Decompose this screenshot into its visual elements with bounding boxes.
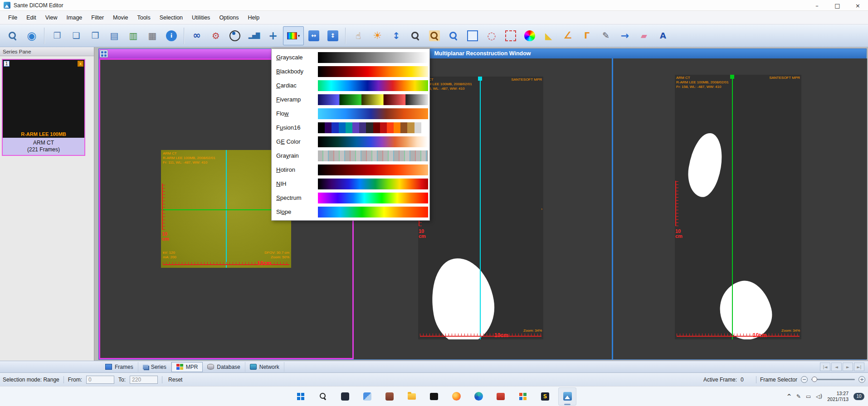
network-tray-icon[interactable]: ▭ (806, 393, 811, 400)
draw-line-pencil-icon[interactable]: ✎ (597, 26, 615, 45)
menu-file[interactable]: File (4, 13, 22, 23)
palette-option-hotiron[interactable]: Hotiron (272, 163, 429, 177)
clipboard-icon[interactable]: ▥ (124, 26, 142, 45)
palette-option-grayrain[interactable]: Grayrain (272, 149, 429, 163)
palette-option-blackbody[interactable]: Blackbody (272, 64, 429, 78)
frame-selector-minus-button[interactable]: − (801, 376, 808, 383)
palette-option-grayscale[interactable]: Grayscale (272, 50, 429, 64)
close-button[interactable]: × (848, 0, 868, 11)
colormap-palette-button[interactable]: ▾ (283, 26, 304, 45)
search-study-icon[interactable] (4, 26, 22, 45)
color-wheel-icon[interactable] (521, 26, 539, 45)
last-frame-button[interactable]: ►| (854, 362, 864, 371)
arrow-annotation-icon[interactable]: → (616, 26, 634, 45)
series-close-icon[interactable]: x (78, 61, 83, 67)
powerpoint-button[interactable] (492, 387, 510, 406)
to-input[interactable] (130, 376, 158, 384)
menu-view[interactable]: View (41, 13, 62, 23)
palette-option-flow[interactable]: Flow (272, 106, 429, 121)
info-icon[interactable]: i (162, 26, 180, 45)
frame-selector-slider[interactable] (811, 379, 855, 380)
menu-selection[interactable]: Selection (155, 13, 187, 23)
fit-to-window-icon[interactable]: ↔ (305, 26, 323, 45)
cut-line-handle[interactable] (730, 75, 734, 79)
menu-tools[interactable]: Tools (132, 13, 155, 23)
menu-edit[interactable]: Edit (22, 13, 41, 23)
open-folders-icon[interactable]: ❒ (86, 26, 104, 45)
reset-button[interactable]: Reset (166, 377, 184, 383)
rect-select-icon[interactable] (463, 26, 482, 45)
mpr-cut-line-sagittal[interactable] (732, 75, 733, 339)
ellipse-select-icon[interactable]: ◌ (483, 26, 501, 45)
edge-button[interactable] (469, 387, 488, 406)
series-thumbnail[interactable]: 1 x R-ARM LEE 100MB ARM CT (221 Frames) (2, 59, 85, 156)
sante-launcher-button[interactable]: S (536, 387, 554, 406)
crosshair-vertical-line[interactable] (226, 150, 227, 268)
histogram-icon[interactable]: ▂▅█ (245, 26, 263, 45)
pan-hand-icon[interactable]: ☝ (349, 26, 367, 45)
volume-tray-icon[interactable]: ◁) (816, 393, 822, 400)
palette-option-spectrum[interactable]: Spectrum (272, 191, 429, 205)
menu-utilities[interactable]: Utilities (187, 13, 215, 23)
tab-series[interactable]: Series (138, 362, 171, 372)
cut-line-handle[interactable] (478, 77, 482, 81)
menu-options[interactable]: Options (215, 13, 243, 23)
tab-mpr[interactable]: MPR (171, 362, 203, 372)
menu-image[interactable]: Image (62, 13, 87, 23)
print-icon[interactable]: ▦ (143, 26, 161, 45)
series-thumbnail-image[interactable]: 1 x R-ARM LEE 100MB (3, 60, 84, 138)
palette-option-cardiac[interactable]: Cardiac (272, 78, 429, 92)
from-input[interactable] (86, 376, 114, 384)
mpr-cut-line-coronal[interactable] (480, 77, 481, 339)
ct-image-coronal[interactable]: ARM CTR-ARM LEE 100MB, 2008/02/01Fr: 255… (418, 77, 543, 339)
palette-option-fusion16[interactable]: Fusion16 (272, 121, 429, 135)
palette-option-slope[interactable]: Slope (272, 205, 429, 219)
tab-database[interactable]: Database (203, 362, 245, 372)
tab-frames[interactable]: Frames (101, 362, 138, 372)
open-folder-icon[interactable]: ❏ (67, 26, 85, 45)
store-button[interactable] (380, 387, 399, 406)
tray-chevron-up-icon[interactable]: ^ (787, 393, 791, 400)
start-button[interactable] (292, 387, 310, 406)
eraser-icon[interactable]: ▰ (635, 26, 653, 45)
menu-filter[interactable]: Filter (87, 13, 108, 23)
widgets-button[interactable] (358, 387, 376, 406)
taskbar-clock[interactable]: 13:27 2021/7/13 (827, 391, 848, 402)
menu-movie[interactable]: Movie (108, 13, 132, 23)
web-globe-icon[interactable]: ◉ (23, 26, 41, 45)
next-frame-button[interactable]: ► (843, 362, 853, 371)
zoom-region-icon[interactable] (444, 26, 463, 45)
view-eye-icon[interactable] (226, 26, 244, 45)
frame-selector-thumb[interactable] (812, 377, 817, 382)
zoom-magnifier-icon[interactable] (406, 26, 424, 45)
dicom-tags-binoculars-icon[interactable]: ∞ (188, 26, 206, 45)
frame-selector-plus-button[interactable]: + (858, 376, 865, 383)
sante-dicom-editor-button[interactable] (558, 387, 576, 406)
maximize-button[interactable]: □ (827, 0, 848, 11)
office-button[interactable] (514, 387, 532, 406)
minimize-button[interactable]: – (807, 0, 827, 11)
cobb-angle-icon[interactable]: Γ (578, 26, 596, 45)
full-screen-icon[interactable]: ↕ (324, 26, 342, 45)
layout-grid-button[interactable] (100, 50, 108, 58)
window-level-arrow-icon[interactable]: ↕ (387, 26, 405, 45)
pen-tray-icon[interactable]: ✎ (796, 393, 801, 400)
center-crosshair-icon[interactable]: + (264, 26, 282, 45)
palette-option-fiveramp[interactable]: Fiveramp (272, 92, 429, 106)
task-view-button[interactable] (336, 387, 354, 406)
firefox-button[interactable] (447, 387, 465, 406)
terminal-button[interactable] (425, 387, 443, 406)
import-export-icon[interactable]: ▤ (105, 26, 123, 45)
angle-measure-icon[interactable]: ∠ (559, 26, 577, 45)
text-annotation-icon[interactable]: A (654, 26, 672, 45)
ct-image-sagittal[interactable]: ARM CTR-ARM LEE 100MB, 2008/02/01Fr: 158… (675, 75, 801, 339)
prev-frame-button[interactable]: ◄ (831, 362, 842, 371)
first-frame-button[interactable]: |◄ (820, 362, 830, 371)
zoom-image-icon[interactable] (425, 26, 444, 45)
tools-wrench-icon[interactable]: ⚙ (207, 26, 225, 45)
viewport-sagittal[interactable]: ARM CTR-ARM LEE 100MB, 2008/02/01Fr: 158… (612, 58, 867, 359)
palette-option-nih[interactable]: NIH (272, 177, 429, 191)
copy-icon[interactable]: ❐ (48, 26, 66, 45)
palette-option-ge-color[interactable]: GE Color (272, 135, 429, 149)
brightness-sun-icon[interactable]: ☀ (368, 26, 386, 45)
